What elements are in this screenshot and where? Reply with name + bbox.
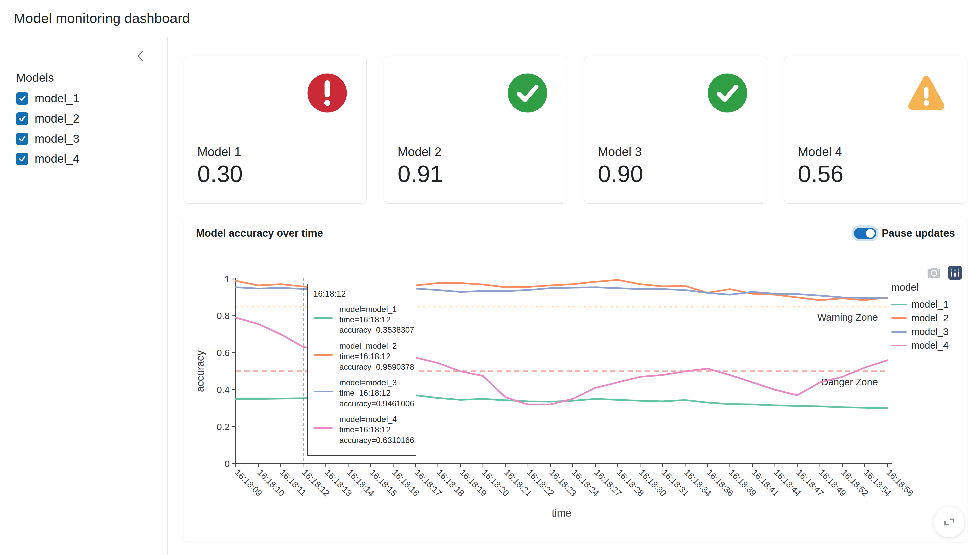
pause-updates-toggle[interactable] — [854, 228, 876, 239]
legend-label: model_1 — [911, 299, 948, 310]
tooltip-group-model_1: model=model_1time=16:18:12accuracy=0.353… — [313, 304, 410, 335]
legend-item-model_2[interactable]: model_2 — [891, 311, 948, 325]
app-header: Model monitoring dashboard — [0, 0, 980, 37]
status-card-model-1: Model 10.30 — [183, 56, 367, 204]
chart-legend: model model_1model_2model_3model_4 — [891, 282, 948, 353]
sidebar-item-model_1[interactable]: model_1 — [16, 92, 167, 105]
legend-swatch — [891, 331, 907, 333]
card-value: 0.30 — [197, 162, 353, 186]
chevron-left-icon — [133, 59, 149, 64]
tooltip-line: time=16:18:12 — [339, 425, 414, 435]
plot-area[interactable]: 00.20.40.60.8116:18:0916:18:1016:18:1116… — [184, 249, 967, 542]
tooltip-line: model=model_1 — [339, 304, 414, 314]
tooltip-group-model_4: model=model_4time=16:18:12accuracy=0.631… — [313, 414, 410, 446]
sidebar: Models model_1model_2model_3model_4 — [0, 37, 168, 555]
checkbox-model_1[interactable] — [16, 92, 29, 105]
checkbox-model_3[interactable] — [16, 133, 29, 145]
chart-title: Model accuracy over time — [196, 227, 323, 239]
app: Model monitoring dashboard Models model_… — [0, 0, 980, 555]
chart-tooltip: 16:18:12 model=model_1time=16:18:12accur… — [307, 284, 416, 456]
legend-item-model_4[interactable]: model_4 — [891, 339, 948, 353]
main-content: Model 10.30Model 20.91Model 30.90Model 4… — [168, 37, 980, 555]
legend-swatch — [891, 318, 907, 319]
sidebar-item-model_4[interactable]: model_4 — [16, 152, 167, 165]
legend-item-model_3[interactable]: model_3 — [891, 325, 948, 339]
accuracy-line-chart[interactable]: 00.20.40.60.8116:18:0916:18:1016:18:1116… — [184, 249, 967, 542]
exclamation-circle-icon — [305, 71, 349, 116]
card-title: Model 4 — [798, 145, 954, 159]
card-title: Model 2 — [398, 145, 553, 159]
pause-updates-control: Pause updates — [854, 227, 955, 239]
checkbox-label: model_1 — [34, 92, 79, 105]
svg-text:0.4: 0.4 — [217, 385, 230, 395]
card-title: Model 3 — [598, 145, 753, 159]
model-checkbox-list: model_1model_2model_3model_4 — [16, 92, 167, 165]
svg-text:Warning Zone: Warning Zone — [817, 312, 878, 323]
legend-swatch — [891, 303, 907, 305]
checkbox-model_2[interactable] — [16, 112, 29, 125]
page-title: Model monitoring dashboard — [14, 11, 190, 26]
svg-text:0.6: 0.6 — [217, 348, 230, 358]
svg-text:time: time — [552, 507, 571, 519]
toggle-knob — [866, 229, 875, 237]
svg-text:1: 1 — [224, 274, 230, 284]
content: Models model_1model_2model_3model_4 Mode… — [0, 37, 980, 555]
expand-icon — [943, 516, 955, 529]
sidebar-collapse-button[interactable] — [132, 47, 150, 66]
legend-item-model_1[interactable]: model_1 — [891, 298, 948, 311]
legend-swatch — [891, 345, 907, 346]
tooltip-line: model=model_4 — [339, 414, 414, 425]
status-card-model-2: Model 20.91 — [384, 56, 567, 204]
sidebar-item-model_3[interactable]: model_3 — [16, 132, 167, 145]
tooltip-swatch — [314, 427, 333, 429]
tooltip-line: accuracy=0.9461006 — [339, 398, 414, 409]
legend-label: model_2 — [911, 313, 948, 324]
svg-text:Danger Zone: Danger Zone — [821, 377, 878, 387]
pause-updates-label: Pause updates — [882, 227, 955, 239]
checkbox-label: model_2 — [34, 112, 79, 125]
legend-title: model — [891, 282, 948, 293]
models-section-title: Models — [16, 71, 167, 84]
legend-entries: model_1model_2model_3model_4 — [891, 298, 948, 353]
checkbox-label: model_4 — [34, 152, 79, 165]
check-circle-icon — [706, 71, 749, 116]
tooltip-line: model=model_2 — [339, 341, 414, 351]
status-cards-row: Model 10.30Model 20.91Model 30.90Model 4… — [183, 56, 967, 204]
tooltip-time-header: 16:18:12 — [313, 289, 410, 298]
tooltip-swatch — [314, 391, 333, 392]
svg-text:0.2: 0.2 — [217, 422, 230, 432]
tooltip-line: accuracy=0.3538307 — [339, 325, 414, 335]
check-circle-icon — [506, 71, 549, 116]
warning-triangle-icon — [903, 71, 949, 116]
plotly-modebar — [927, 266, 962, 279]
tooltip-group-model_2: model=model_2time=16:18:12accuracy=0.959… — [313, 341, 410, 372]
svg-text:0: 0 — [224, 459, 230, 469]
tooltip-group-model_3: model=model_3time=16:18:12accuracy=0.946… — [313, 377, 410, 409]
plotly-logo-icon[interactable] — [948, 266, 962, 279]
tooltip-line: time=16:18:12 — [339, 314, 414, 325]
download-camera-icon[interactable] — [927, 266, 941, 279]
status-card-model-3: Model 30.90 — [584, 56, 767, 204]
expand-chart-button[interactable] — [934, 507, 964, 537]
checkbox-label: model_3 — [34, 132, 79, 145]
card-title: Model 1 — [197, 145, 353, 159]
tooltip-swatch — [314, 318, 333, 319]
tooltip-line: accuracy=0.9590378 — [339, 361, 414, 372]
tooltip-line: time=16:18:12 — [339, 388, 414, 398]
checkbox-model_4[interactable] — [16, 152, 29, 165]
tooltip-line: time=16:18:12 — [339, 351, 414, 361]
card-value: 0.90 — [598, 162, 753, 186]
chart-card: Model accuracy over time Pause updates 0… — [183, 218, 967, 542]
chart-card-header: Model accuracy over time Pause updates — [184, 218, 967, 249]
card-value: 0.91 — [398, 162, 553, 186]
sidebar-item-model_2[interactable]: model_2 — [16, 112, 167, 125]
status-card-model-4: Model 40.56 — [784, 56, 967, 204]
legend-label: model_4 — [911, 340, 948, 351]
tooltip-swatch — [314, 354, 333, 356]
tooltip-line: accuracy=0.6310166 — [339, 435, 414, 445]
tooltip-line: model=model_3 — [339, 377, 414, 388]
legend-label: model_3 — [911, 326, 948, 337]
svg-text:0.8: 0.8 — [217, 311, 230, 321]
svg-text:accuracy: accuracy — [194, 350, 206, 392]
card-value: 0.56 — [798, 162, 954, 186]
